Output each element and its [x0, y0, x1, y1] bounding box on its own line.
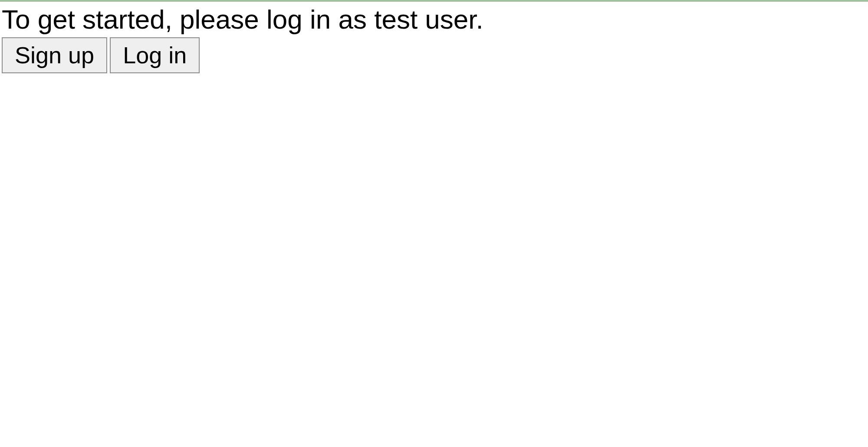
instruction-text: To get started, please log in as test us… — [0, 2, 868, 36]
auth-button-row: Sign up Log in — [0, 36, 868, 73]
login-button[interactable]: Log in — [110, 37, 200, 73]
signup-button[interactable]: Sign up — [2, 37, 107, 73]
